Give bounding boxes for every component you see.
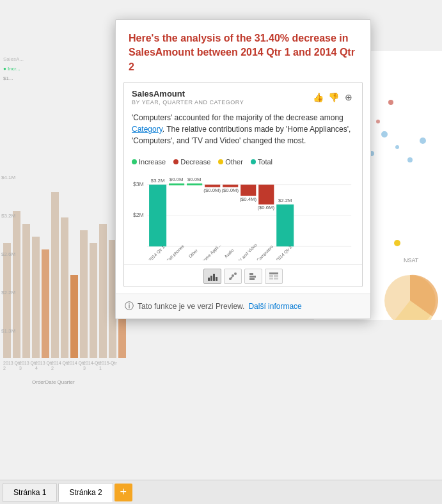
tab-page-2[interactable]: Stránka 2: [58, 483, 113, 502]
svg-text:Audio: Audio: [223, 248, 234, 259]
svg-rect-4: [42, 249, 49, 358]
svg-point-51: [407, 157, 413, 162]
add-icon[interactable]: ⊕: [343, 91, 354, 103]
other-dot: [218, 159, 223, 164]
svg-text:$0.0M: $0.0M: [170, 177, 183, 182]
legend-other: Other: [218, 158, 243, 166]
svg-text:$1...: $1...: [3, 75, 13, 81]
svg-text:2014 Qtr 1: 2014 Qtr 1: [148, 244, 166, 260]
scatter-view-icon[interactable]: [224, 269, 242, 284]
analysis-card: SalesAmount BY YEAR, QUARTER AND CATEGOR…: [123, 82, 363, 287]
legend-increase: Increase: [132, 158, 166, 166]
chart-view-icons: [124, 264, 362, 287]
info-icon: ⓘ: [125, 301, 134, 312]
svg-rect-62: [149, 185, 166, 247]
svg-rect-88: [213, 274, 215, 281]
svg-point-50: [395, 145, 399, 149]
svg-rect-87: [210, 276, 212, 281]
svg-text:$2.6M: $2.6M: [1, 251, 16, 257]
svg-rect-98: [269, 275, 273, 277]
svg-text:2: 2: [51, 366, 54, 370]
svg-point-93: [231, 277, 233, 279]
svg-rect-7: [70, 275, 78, 358]
svg-text:2014 Qtr 2: 2014 Qtr 2: [275, 244, 293, 260]
svg-text:2015-Qtr: 2015-Qtr: [99, 361, 117, 366]
svg-rect-2: [22, 224, 30, 358]
thumbs-up-icon[interactable]: 👍: [312, 91, 324, 103]
svg-text:2013 Qtr: 2013 Qtr: [19, 361, 37, 366]
svg-point-91: [232, 274, 234, 277]
svg-rect-97: [269, 272, 278, 274]
svg-text:$0.0M: $0.0M: [187, 177, 201, 182]
learn-more-link[interactable]: Další informace: [248, 302, 301, 311]
popup-title: Here's the analysis of the 31.40% decrea…: [116, 20, 370, 82]
svg-rect-8: [80, 230, 88, 358]
svg-text:Cell phones: Cell phones: [166, 244, 185, 260]
card-action-icons: 👍 👎 ⊕: [312, 91, 354, 103]
svg-text:4: 4: [35, 366, 38, 370]
tab-page-1[interactable]: Stránka 1: [3, 483, 57, 502]
bottom-tabs-bar: Stránka 1 Stránka 2 +: [0, 480, 442, 504]
svg-rect-1: [13, 211, 20, 358]
svg-rect-71: [205, 185, 220, 187]
card-title: SalesAmount: [132, 89, 244, 98]
svg-text:Home Appli...: Home Appli...: [200, 243, 222, 261]
svg-text:2: 2: [3, 366, 6, 370]
svg-text:$2.2M: $2.2M: [1, 290, 16, 295]
total-dot: [251, 159, 256, 164]
svg-text:OrderDate Quarter: OrderDate Quarter: [32, 379, 75, 385]
svg-rect-86: [208, 278, 210, 281]
card-subtitle: BY YEAR, QUARTER AND CATEGORY: [132, 99, 244, 106]
svg-rect-95: [249, 276, 256, 278]
background-left-chart: $4.1M $3.2M $2.6M $2.2M $1.3M SalesA... …: [0, 51, 131, 422]
bar-view-icon[interactable]: [244, 269, 262, 284]
svg-text:2013 Qtr: 2013 Qtr: [35, 361, 53, 366]
svg-rect-10: [99, 224, 107, 358]
svg-rect-74: [223, 185, 238, 187]
chart-legend: Increase Decrease Other Total: [124, 153, 362, 168]
svg-text:$1.3M: $1.3M: [1, 328, 16, 334]
svg-text:($0.6M): ($0.6M): [257, 205, 274, 211]
svg-rect-96: [249, 278, 255, 280]
add-tab-button[interactable]: +: [114, 484, 132, 501]
svg-text:$3M: $3M: [133, 181, 144, 187]
svg-point-52: [420, 138, 426, 144]
svg-rect-77: [241, 185, 256, 196]
table-view-icon[interactable]: [265, 269, 283, 284]
svg-point-43: [376, 120, 380, 123]
svg-rect-5: [51, 192, 59, 358]
svg-text:NSAT: NSAT: [404, 257, 419, 264]
preview-notice: ⓘ Tato funkce je ve verzi Preview. Další…: [116, 294, 370, 319]
thumbs-down-icon[interactable]: 👎: [328, 91, 339, 103]
svg-rect-0: [3, 243, 11, 358]
legend-total: Total: [251, 158, 272, 166]
increase-dot: [132, 159, 137, 164]
svg-rect-65: [169, 184, 184, 185]
legend-total-label: Total: [258, 158, 272, 166]
svg-text:$2.2M: $2.2M: [278, 198, 292, 203]
card-header-left: SalesAmount BY YEAR, QUARTER AND CATEGOR…: [132, 89, 244, 106]
legend-decrease: Decrease: [173, 158, 210, 166]
waterfall-view-icon[interactable]: [203, 269, 221, 284]
svg-text:2013 Qtr: 2013 Qtr: [3, 361, 21, 366]
svg-text:1: 1: [99, 366, 102, 370]
svg-point-44: [388, 100, 393, 105]
waterfall-chart-area: $3M $2M $3.2M 2014 Qtr 1 $0.0M Cell phon…: [124, 168, 362, 264]
legend-decrease-label: Decrease: [180, 158, 210, 166]
svg-text:$3.2M: $3.2M: [1, 213, 16, 219]
decrease-dot: [173, 159, 178, 164]
svg-text:3: 3: [83, 366, 86, 370]
card-header: SalesAmount BY YEAR, QUARTER AND CATEGOR…: [124, 83, 362, 108]
legend-increase-label: Increase: [139, 158, 166, 166]
svg-text:($0.4M): ($0.4M): [239, 196, 257, 202]
svg-rect-101: [274, 278, 278, 280]
tab-page-1-label: Stránka 1: [13, 488, 46, 497]
svg-rect-80: [258, 185, 274, 205]
svg-text:2014 Qtr: 2014 Qtr: [51, 361, 69, 366]
svg-text:$2M: $2M: [133, 212, 144, 218]
category-link[interactable]: Category: [132, 125, 162, 134]
card-description: 'Computers' accounted for the majority o…: [124, 108, 362, 153]
svg-rect-3: [32, 237, 40, 358]
svg-point-49: [381, 131, 388, 138]
legend-other-label: Other: [225, 158, 243, 166]
